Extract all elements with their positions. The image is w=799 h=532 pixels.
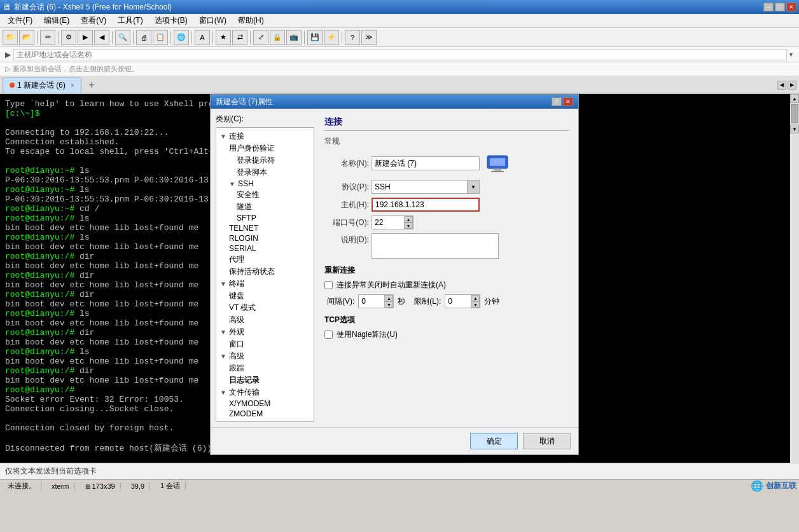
toolbar-transfer[interactable]: ⇄ <box>232 30 247 45</box>
terminal-scrollbar[interactable]: ▲ ▼ <box>790 94 799 463</box>
menu-file[interactable]: 文件(F) <box>3 14 38 27</box>
toolbar-screen[interactable]: 📺 <box>286 30 302 45</box>
session-tab[interactable]: 1 新建会话 (6) × <box>3 78 81 93</box>
toolbar-sep3 <box>112 31 113 44</box>
port-up-button[interactable]: ▲ <box>404 216 413 222</box>
toolbar-help[interactable]: ? <box>345 30 360 45</box>
dialog-help-button[interactable]: ? <box>552 97 562 106</box>
toolbar-new[interactable]: 📁 <box>3 30 18 45</box>
protocol-label: 协议(P): <box>324 182 369 193</box>
tree-item-sftp[interactable]: SFTP <box>219 213 311 223</box>
tree-item-telnet[interactable]: TELNET <box>219 223 311 233</box>
toolbar-btn4[interactable]: ▶ <box>78 30 93 45</box>
toolbar-btn5[interactable]: ◀ <box>94 30 109 45</box>
toolbar-connect[interactable]: ⚡ <box>324 30 339 45</box>
menu-tools[interactable]: 工具(T) <box>113 14 148 27</box>
tree-item-auth[interactable]: 用户身份验证 <box>219 142 311 154</box>
close-button[interactable]: ✕ <box>786 3 796 11</box>
protocol-select[interactable]: SSH TELNET RLOGIN SERIAL SFTP <box>372 180 480 194</box>
tab-prev-button[interactable]: ◀ <box>777 81 786 90</box>
tree-item-appearance[interactable]: ▼ 外观 <box>219 326 311 338</box>
toolbar-sep1 <box>37 31 38 44</box>
minimize-button[interactable]: ─ <box>763 3 774 11</box>
toolbar: 📁 📂 ✏ ⚙ ▶ ◀ 🔍 🖨 📋 🌐 A ★ ⇄ ⤢ 🔒 📺 💾 ⚡ ? ≫ <box>0 28 799 47</box>
tree-item-serial[interactable]: SERIAL <box>219 243 311 254</box>
dialog-close-button[interactable]: ✕ <box>563 97 573 106</box>
scroll-up-button[interactable]: ▲ <box>790 94 799 103</box>
menu-edit[interactable]: 编辑(E) <box>39 14 74 27</box>
tree-item-vt[interactable]: VT 模式 <box>219 302 311 314</box>
tree-item-ssh[interactable]: ▼ SSH <box>219 179 311 189</box>
menu-help[interactable]: 帮助(H) <box>233 14 269 27</box>
toolbar-open[interactable]: 📂 <box>19 30 34 45</box>
host-input[interactable] <box>372 198 480 212</box>
dialog-content-panel: 连接 常规 名称(N): <box>319 114 573 422</box>
toolbar-copy[interactable]: 📋 <box>153 30 168 45</box>
description-input[interactable] <box>372 233 499 259</box>
toolbar-edit[interactable]: ✏ <box>40 30 55 45</box>
tree-item-window[interactable]: 窗口 <box>219 338 311 350</box>
toolbar-print[interactable]: 🖨 <box>136 30 151 45</box>
toolbar-font[interactable]: A <box>195 30 210 45</box>
toolbar-lock[interactable]: 🔒 <box>270 30 285 45</box>
toolbar-expand[interactable]: ⤢ <box>253 30 268 45</box>
scroll-down-button[interactable]: ▼ <box>790 125 799 133</box>
tree-item-rlogin[interactable]: RLOGIN <box>219 233 311 243</box>
port-down-button[interactable]: ▼ <box>404 222 413 229</box>
nagle-checkbox[interactable] <box>324 331 333 339</box>
toolbar-more[interactable]: ≫ <box>361 30 377 45</box>
toolbar-star[interactable]: ★ <box>216 30 231 45</box>
menu-view[interactable]: 查看(V) <box>76 14 111 27</box>
toolbar-sep7 <box>212 31 213 44</box>
interval-down[interactable]: ▼ <box>384 301 393 308</box>
port-input-wrap: ▲ ▼ <box>372 215 413 229</box>
address-input[interactable] <box>13 49 787 60</box>
tree-item-advanced[interactable]: ▼ 高级 <box>219 350 311 362</box>
tab-next-button[interactable]: ▶ <box>788 81 796 90</box>
restore-button[interactable]: □ <box>775 3 785 11</box>
tree-item-filetransfer[interactable]: ▼ 文件传输 <box>219 386 311 399</box>
tree-item-security[interactable]: 安全性 <box>219 189 311 201</box>
limit-input[interactable] <box>445 295 471 308</box>
cancel-button[interactable]: 取消 <box>523 433 571 449</box>
interval-input[interactable] <box>359 295 384 308</box>
toolbar-globe[interactable]: 🌐 <box>174 30 189 45</box>
name-input[interactable] <box>372 156 480 170</box>
tree-item-login-script[interactable]: 登录脚本 <box>219 167 311 179</box>
tree-item-terminal[interactable]: ▼ 终端 <box>219 278 311 290</box>
interval-row: 间隔(V): ▲ ▼ 秒 限制(L): <box>327 294 568 308</box>
tab-add-button[interactable]: + <box>84 78 99 93</box>
interval-up[interactable]: ▲ <box>384 295 393 301</box>
tree-item-login-prompt[interactable]: 登录提示符 <box>219 154 311 167</box>
tree-item-tunnel[interactable]: 隧道 <box>219 201 311 213</box>
scroll-thumb[interactable] <box>791 104 798 123</box>
tree-item-trace[interactable]: 跟踪 <box>219 362 311 374</box>
toolbar-save[interactable]: 💾 <box>307 30 323 45</box>
port-input[interactable] <box>372 216 404 229</box>
limit-down[interactable]: ▼ <box>471 301 480 308</box>
tree-item-zmodem[interactable]: ZMODEM <box>219 409 311 419</box>
menu-tabs[interactable]: 选项卡(B) <box>149 14 193 27</box>
tree-item-xymodem[interactable]: X/YMODEM <box>219 399 311 409</box>
nagle-row: 使用Nagle算法(U) <box>324 329 568 340</box>
toolbar-search[interactable]: 🔍 <box>115 30 130 45</box>
tab-close-button[interactable]: × <box>71 82 74 89</box>
menu-window[interactable]: 窗口(W) <box>194 14 232 27</box>
limit-up[interactable]: ▲ <box>471 295 480 301</box>
tree-item-proxy[interactable]: 代理 <box>219 254 311 266</box>
auto-reconnect-checkbox[interactable] <box>324 281 333 289</box>
toolbar-sep8 <box>250 31 251 44</box>
name-row: 名称(N): <box>324 151 568 176</box>
tab-indicator <box>10 83 15 88</box>
address-dropdown[interactable]: ▼ <box>788 51 794 58</box>
tree-item-keyboard[interactable]: 键盘 <box>219 290 311 302</box>
tree-item-connection[interactable]: ▼ 连接 <box>219 130 311 142</box>
tree-item-keepalive[interactable]: 保持活动状态 <box>219 266 311 278</box>
toolbar-btn3[interactable]: ⚙ <box>61 30 76 45</box>
tree-item-logging[interactable]: 日志记录 <box>219 374 311 386</box>
address-bar-arrow[interactable]: ▶ <box>5 50 11 59</box>
tree-item-advanced-terminal[interactable]: 高级 <box>219 314 311 326</box>
ok-button[interactable]: 确定 <box>470 433 518 449</box>
size-icon: ⊞ <box>85 483 90 490</box>
menu-bar: 文件(F) 编辑(E) 查看(V) 工具(T) 选项卡(B) 窗口(W) 帮助(… <box>0 14 799 28</box>
